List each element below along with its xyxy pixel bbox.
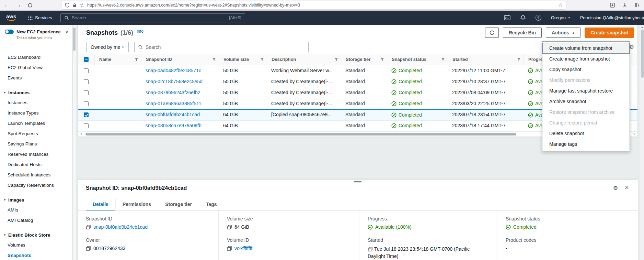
bookmark-star-icon[interactable]: ☆ bbox=[558, 2, 563, 8]
scroll-up-icon[interactable]: ▲ bbox=[640, 25, 644, 28]
help-icon[interactable]: ? bbox=[536, 15, 541, 21]
sidebar-item-amis[interactable]: AMIs bbox=[0, 205, 72, 215]
filter-funnel-icon[interactable] bbox=[135, 58, 138, 62]
sidebar-item-ami-catalog[interactable]: AMI Catalog bbox=[0, 215, 72, 226]
refresh-button[interactable] bbox=[485, 28, 499, 38]
column-header-snapshot-status[interactable]: Snapshot status bbox=[387, 54, 448, 65]
snapshot-id-link[interactable]: snap-0ad0482fbe2c8571c bbox=[141, 65, 219, 76]
volume-id-value[interactable]: vol-ffffffff bbox=[234, 246, 252, 251]
row-checkbox[interactable] bbox=[84, 123, 89, 128]
menu-item-copy-snapshot[interactable]: Copy snapshot bbox=[542, 64, 630, 75]
cloudshell-icon[interactable] bbox=[504, 15, 510, 21]
row-checkbox[interactable] bbox=[84, 101, 89, 106]
aws-logo[interactable]: aws bbox=[5, 14, 18, 21]
column-header-snapshot-id[interactable]: Snapshot ID bbox=[141, 54, 219, 65]
sidebar-section-elastic-block-store[interactable]: ▼Elastic Block Store bbox=[0, 230, 72, 240]
sidebar-item-snapshots[interactable]: Snapshots bbox=[0, 250, 72, 260]
filter-funnel-icon[interactable] bbox=[441, 58, 445, 62]
recycle-bin-button[interactable]: Recycle Bin bbox=[503, 28, 542, 38]
panel-preferences-gear-icon[interactable]: ⚙ bbox=[613, 185, 618, 191]
sidebar-item-reserved-instances[interactable]: Reserved Instances bbox=[0, 149, 72, 160]
tab-details[interactable]: Details bbox=[86, 199, 115, 210]
snapshot-id-link[interactable]: snap-08058c67e979a09fb bbox=[141, 120, 219, 131]
create-snapshot-button[interactable]: Create snapshot bbox=[585, 28, 634, 38]
permissions-icon[interactable] bbox=[80, 3, 84, 8]
back-icon[interactable]: ← bbox=[4, 2, 10, 8]
lock-icon[interactable] bbox=[72, 3, 77, 8]
services-menu[interactable]: Services bbox=[28, 15, 52, 20]
filter-funnel-icon[interactable] bbox=[380, 58, 384, 62]
sidebar-item-ec2-dashboard[interactable]: EC2 Dashboard bbox=[0, 52, 72, 63]
console-search-input[interactable] bbox=[72, 15, 226, 20]
sidebar-section-instances[interactable]: ▼Instances bbox=[0, 87, 72, 98]
scrollbar-thumb[interactable] bbox=[85, 133, 516, 136]
sidebar-item-capacity-reservations[interactable]: Capacity Reservations bbox=[0, 180, 72, 191]
tab-tags[interactable]: Tags bbox=[199, 199, 224, 210]
scroll-left-icon[interactable]: ‹ bbox=[79, 132, 84, 137]
filter-funnel-icon[interactable] bbox=[212, 58, 216, 62]
row-checkbox[interactable] bbox=[84, 79, 89, 84]
snapshot-id-value[interactable]: snap-0bf0afd9b24cb1cad bbox=[93, 224, 148, 230]
scrollbar-thumb[interactable] bbox=[73, 28, 76, 51]
new-experience-toggle[interactable] bbox=[5, 30, 14, 34]
notifications-bell-icon[interactable] bbox=[520, 15, 526, 21]
table-search[interactable] bbox=[134, 42, 309, 52]
scroll-right-icon[interactable]: › bbox=[631, 132, 637, 137]
tab-permissions[interactable]: Permissions bbox=[115, 199, 158, 210]
table-search-input[interactable] bbox=[146, 44, 305, 50]
close-panel-icon[interactable]: × bbox=[625, 184, 629, 191]
account-menu[interactable]: Permission-QA/llu@stellarcyber.ai bbox=[580, 15, 644, 20]
menu-item-create-volume-from-snapshot[interactable]: Create volume from snapshot bbox=[542, 43, 630, 54]
copy-icon[interactable] bbox=[227, 246, 232, 251]
copy-icon[interactable] bbox=[368, 247, 373, 252]
filter-funnel-icon[interactable] bbox=[517, 58, 521, 62]
sidebar-item-launch-templates[interactable]: Launch Templates bbox=[0, 118, 72, 129]
copy-icon[interactable] bbox=[86, 225, 91, 230]
refresh-icon[interactable] bbox=[27, 3, 33, 8]
sidebar-item-ec2-global-view[interactable]: EC2 Global View bbox=[0, 63, 72, 73]
copy-icon[interactable] bbox=[227, 225, 232, 230]
owned-by-filter[interactable]: Owned by me▼ bbox=[86, 42, 129, 52]
filter-funnel-icon[interactable] bbox=[260, 58, 264, 62]
save-page-icon[interactable] bbox=[610, 2, 615, 8]
menu-item-manage-tags[interactable]: Manage tags bbox=[542, 139, 630, 150]
column-header-name[interactable]: Name bbox=[94, 54, 141, 65]
library-icon[interactable] bbox=[634, 2, 640, 8]
snapshot-id-link[interactable]: snap-02c18b7568e2c5e5d bbox=[141, 76, 219, 87]
snapshot-id-link[interactable]: snap-0bf0afd9b24cb1cad bbox=[141, 110, 219, 120]
address-bar[interactable]: https://us-west-2.console.aws.amazon.com… bbox=[61, 1, 566, 9]
sidebar-item-dedicated-hosts[interactable]: Dedicated Hosts bbox=[0, 160, 72, 170]
filter-funnel-icon[interactable] bbox=[334, 58, 338, 62]
sidebar-item-instances[interactable]: Instances bbox=[0, 98, 72, 108]
close-icon[interactable]: × bbox=[65, 30, 68, 35]
sidebar-item-instance-types[interactable]: Instance Types bbox=[0, 108, 72, 118]
menu-item-delete-snapshot[interactable]: Delete snapshot bbox=[542, 128, 630, 139]
snapshot-id-link[interactable]: snap-01ae68a6a3885f511 bbox=[141, 98, 219, 109]
sidebar-item-events[interactable]: Events bbox=[0, 73, 72, 83]
menu-item-manage-fast-snapshot-restore[interactable]: Manage fast snapshot restore bbox=[542, 86, 630, 96]
sidebar-item-scheduled-instances[interactable]: Scheduled Instances bbox=[0, 170, 72, 180]
menu-item-archive-snapshot[interactable]: Archive snapshot bbox=[542, 96, 630, 107]
menu-item-create-image-from-snapshot[interactable]: Create image from snapshot bbox=[542, 54, 630, 64]
scrollbar-thumb[interactable] bbox=[641, 30, 644, 78]
sidebar-item-savings-plans[interactable]: Savings Plans bbox=[0, 139, 72, 149]
row-checkbox-checked[interactable] bbox=[84, 112, 89, 117]
select-all-checkbox[interactable] bbox=[84, 57, 89, 62]
table-preferences-gear-icon[interactable]: ⚙ bbox=[630, 44, 634, 50]
actions-button[interactable]: Actions▲ bbox=[546, 28, 580, 38]
forward-icon[interactable]: → bbox=[16, 2, 21, 8]
sidebar-section-images[interactable]: ▼Images bbox=[0, 195, 72, 205]
downloads-icon[interactable] bbox=[622, 2, 628, 8]
info-link[interactable]: Info bbox=[137, 29, 143, 34]
column-header-storage-tier[interactable]: Storage tier bbox=[341, 54, 387, 65]
snapshot-id-link[interactable]: snap-0879b96243f26efb2 bbox=[141, 87, 219, 98]
sidebar-item-volumes[interactable]: Volumes bbox=[0, 240, 72, 250]
column-header-description[interactable]: Description bbox=[267, 54, 341, 65]
copy-icon[interactable] bbox=[86, 246, 91, 251]
column-header-started[interactable]: Started bbox=[448, 54, 524, 65]
row-checkbox[interactable] bbox=[84, 90, 89, 95]
console-search[interactable]: [Alt+S] bbox=[60, 13, 245, 22]
column-header-volume-size[interactable]: Volume size bbox=[219, 54, 267, 65]
shield-icon[interactable] bbox=[65, 3, 70, 8]
vertical-scrollbar[interactable]: ▲ bbox=[640, 25, 644, 260]
